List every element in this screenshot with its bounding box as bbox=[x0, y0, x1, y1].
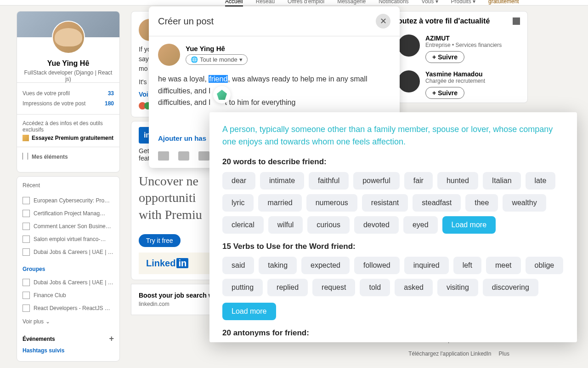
nav-jobs[interactable]: Offres d'emploi bbox=[288, 0, 324, 6]
nav-you[interactable]: Vous ▾ bbox=[422, 0, 438, 6]
word-chip[interactable]: resistant bbox=[362, 194, 408, 212]
profile-name[interactable]: Yue Ying Hê bbox=[17, 59, 119, 68]
recent-item[interactable]: Comment Lancer Son Busine… bbox=[23, 220, 114, 233]
groups-title[interactable]: Groupes bbox=[23, 266, 114, 272]
load-more-button[interactable]: Load more bbox=[222, 303, 276, 320]
events-link[interactable]: Événements + bbox=[23, 328, 114, 345]
see-more-link[interactable]: Voi bbox=[139, 91, 148, 98]
antonyms-section-title: 20 antonyms for friend: bbox=[222, 328, 564, 338]
plus-icon: + bbox=[432, 89, 436, 97]
suggestion-name[interactable]: Yasmine Hamadou bbox=[425, 70, 485, 78]
word-chip[interactable]: eyed bbox=[403, 216, 438, 234]
word-chip[interactable]: clerical bbox=[222, 216, 264, 234]
word-chip[interactable]: oblige bbox=[526, 257, 564, 274]
word-chip[interactable]: said bbox=[222, 257, 254, 274]
word-chip[interactable]: wealthy bbox=[503, 194, 546, 212]
word-chip[interactable]: intimate bbox=[260, 172, 304, 190]
recent-item[interactable]: Certification Project Manag… bbox=[23, 207, 114, 220]
word-chip[interactable]: Italian bbox=[483, 172, 521, 190]
word-chip[interactable]: curious bbox=[307, 216, 350, 234]
word-chip[interactable]: replied bbox=[267, 279, 308, 296]
word-chip[interactable]: visiting bbox=[437, 279, 478, 296]
selected-word[interactable]: friend bbox=[209, 75, 228, 83]
definition-text: A person, typically someone other than a… bbox=[222, 123, 564, 148]
recent-title: Récent bbox=[23, 182, 114, 189]
word-chip[interactable]: fair bbox=[404, 172, 433, 190]
plus-icon[interactable]: + bbox=[109, 334, 114, 344]
nav-network[interactable]: Réseau bbox=[256, 0, 275, 6]
word-chip[interactable]: wilful bbox=[268, 216, 303, 234]
stat-profile-views[interactable]: Vues de votre profil33 bbox=[23, 88, 114, 98]
word-chip[interactable]: married bbox=[258, 194, 301, 212]
word-chip[interactable]: steadfast bbox=[413, 194, 461, 212]
word-chip[interactable]: lyric bbox=[222, 194, 254, 212]
word-chip[interactable]: putting bbox=[222, 279, 263, 296]
word-chip[interactable]: told bbox=[360, 279, 390, 296]
footer-more[interactable]: Plus bbox=[499, 351, 509, 357]
suggestion-name[interactable]: AZIMUT bbox=[425, 34, 502, 42]
premium-link[interactable]: Essayez Premium gratuitement bbox=[23, 135, 114, 141]
globe-icon: 🌐 bbox=[191, 56, 198, 63]
recent-item[interactable]: Salon emploi virtuel franco-… bbox=[23, 233, 114, 246]
photo-icon[interactable] bbox=[158, 151, 169, 161]
info-icon[interactable] bbox=[513, 17, 520, 25]
word-chip[interactable]: meet bbox=[486, 257, 521, 274]
footer-download[interactable]: Téléchargez l'application LinkedIn bbox=[408, 351, 491, 357]
group-item[interactable]: Dubai Jobs & Careers | UAE | … bbox=[23, 276, 114, 289]
follow-button[interactable]: + Suivre bbox=[425, 87, 464, 99]
suggestion-avatar[interactable] bbox=[398, 70, 420, 92]
word-chip[interactable]: taking bbox=[259, 257, 297, 274]
recent-item[interactable]: Dubai Jobs & Careers | UAE | … bbox=[23, 246, 114, 259]
nav-products[interactable]: Produits ▾ bbox=[451, 0, 475, 6]
nav-messaging[interactable]: Messagerie bbox=[337, 0, 366, 6]
suggestion-avatar[interactable] bbox=[398, 34, 420, 57]
close-button[interactable]: ✕ bbox=[376, 14, 390, 29]
suggestion-desc: Chargée de recrutement bbox=[425, 78, 485, 84]
profile-headline: FullStack developer (Django | React js) bbox=[17, 68, 119, 82]
document-icon[interactable] bbox=[198, 151, 209, 161]
video-icon[interactable] bbox=[178, 151, 189, 161]
recent-item[interactable]: European Cybersecurity: Pro… bbox=[23, 194, 114, 207]
verbs-section-title: 15 Verbs to Use for the Word friend: bbox=[222, 242, 564, 251]
word-chip[interactable]: followed bbox=[354, 257, 400, 274]
post-editor[interactable]: he was a loyal, friend, was always ready… bbox=[158, 73, 390, 109]
voir-plus-link[interactable]: Voir plus ⌄ bbox=[23, 315, 114, 328]
word-chip[interactable]: devoted bbox=[354, 216, 399, 234]
bookmark-icon bbox=[23, 153, 28, 161]
add-to-feed-title: outez à votre fil d'actualité bbox=[398, 17, 490, 25]
word-chip[interactable]: expected bbox=[301, 257, 350, 274]
nav-premium[interactable]: gratuitement bbox=[488, 0, 519, 6]
plus-icon: + bbox=[432, 53, 436, 61]
word-chip[interactable]: faithful bbox=[309, 172, 349, 190]
follow-suggestion: AZIMUTEntreprise • Services financiers+ … bbox=[390, 31, 527, 67]
modal-title: Créer un post bbox=[158, 16, 214, 27]
word-chip[interactable]: inquired bbox=[404, 257, 449, 274]
word-chip[interactable]: thee bbox=[465, 194, 498, 212]
top-navbar: Accueil Réseau Offres d'emploi Messageri… bbox=[0, 0, 588, 6]
group-item[interactable]: React Developers - ReactJS … bbox=[23, 302, 114, 315]
load-more-button[interactable]: Load more bbox=[442, 216, 496, 234]
word-chip[interactable]: request bbox=[312, 279, 355, 296]
follow-button[interactable]: + Suivre bbox=[425, 51, 464, 63]
nav-home[interactable]: Accueil bbox=[225, 0, 243, 6]
dictionary-popup: A person, typically someone other than a… bbox=[209, 112, 577, 342]
stat-post-impressions[interactable]: Impressions de votre post180 bbox=[23, 98, 114, 109]
word-chip[interactable]: late bbox=[526, 172, 556, 190]
close-icon: ✕ bbox=[380, 16, 387, 26]
word-chip[interactable]: numerous bbox=[306, 194, 357, 212]
visibility-button[interactable]: 🌐 Tout le monde ▾ bbox=[186, 54, 248, 65]
hashtags-link[interactable]: Hashtags suivis bbox=[23, 345, 114, 356]
word-chip[interactable]: hunted bbox=[437, 172, 478, 190]
word-chip[interactable]: asked bbox=[395, 279, 433, 296]
grammarly-icon[interactable] bbox=[213, 86, 231, 104]
word-chip[interactable]: dear bbox=[222, 172, 255, 190]
group-item[interactable]: Finance Club bbox=[23, 289, 114, 302]
profile-avatar[interactable] bbox=[52, 21, 85, 54]
word-chip[interactable]: discovering bbox=[483, 279, 538, 296]
try-free-button[interactable]: Try it free bbox=[139, 234, 181, 247]
word-chip[interactable]: left bbox=[453, 257, 481, 274]
nav-notifications[interactable]: Notifications bbox=[379, 0, 408, 6]
author-name: Yue Ying Hê bbox=[186, 45, 248, 52]
word-chip[interactable]: powerful bbox=[353, 172, 399, 190]
my-items-link[interactable]: Mes éléments bbox=[17, 147, 119, 167]
